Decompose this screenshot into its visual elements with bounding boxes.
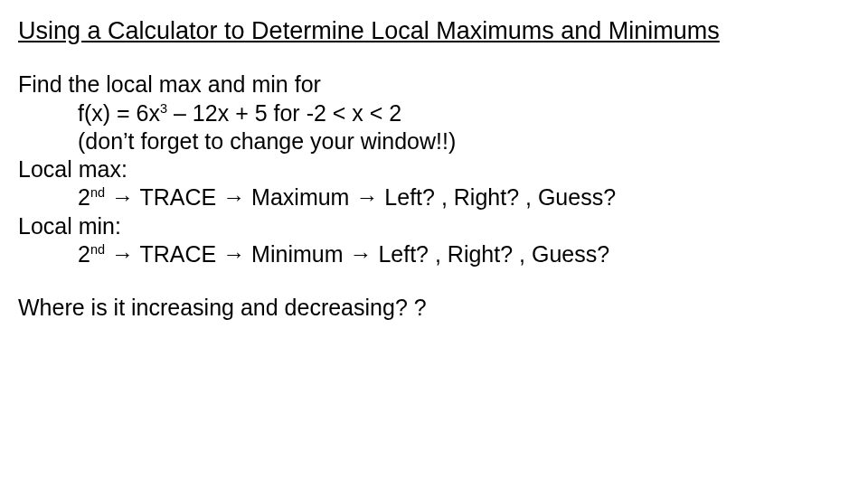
text-fragment: – 12x + 5 for -2 < x < 2 [167, 100, 401, 126]
text-fragment: → TRACE → Minimum → Left? , Right? , Gue… [105, 241, 609, 267]
text-fragment: 2 [78, 241, 90, 267]
text-line: Local max: [18, 155, 850, 183]
superscript: 3 [160, 100, 167, 115]
text-fragment: 2 [78, 184, 90, 210]
text-line: Where is it increasing and decreasing? ? [18, 294, 850, 322]
text-line: (don’t forget to change your window!!) [18, 127, 850, 155]
slide-title: Using a Calculator to Determine Local Ma… [18, 16, 850, 45]
text-fragment: f(x) = 6x [78, 100, 160, 126]
text-line: 2nd → TRACE → Minimum → Left? , Right? ,… [18, 240, 850, 268]
text-fragment: → TRACE → Maximum → Left? , Right? , Gue… [105, 184, 616, 210]
text-line: 2nd → TRACE → Maximum → Left? , Right? ,… [18, 183, 850, 211]
superscript: nd [90, 185, 105, 200]
text-line: Local min: [18, 212, 850, 240]
text-line: f(x) = 6x3 – 12x + 5 for -2 < x < 2 [18, 99, 850, 127]
slide-body: Find the local max and min for f(x) = 6x… [18, 70, 850, 322]
superscript: nd [90, 242, 105, 257]
slide: Using a Calculator to Determine Local Ma… [0, 0, 868, 488]
blank-line [18, 268, 850, 294]
text-line: Find the local max and min for [18, 70, 850, 99]
